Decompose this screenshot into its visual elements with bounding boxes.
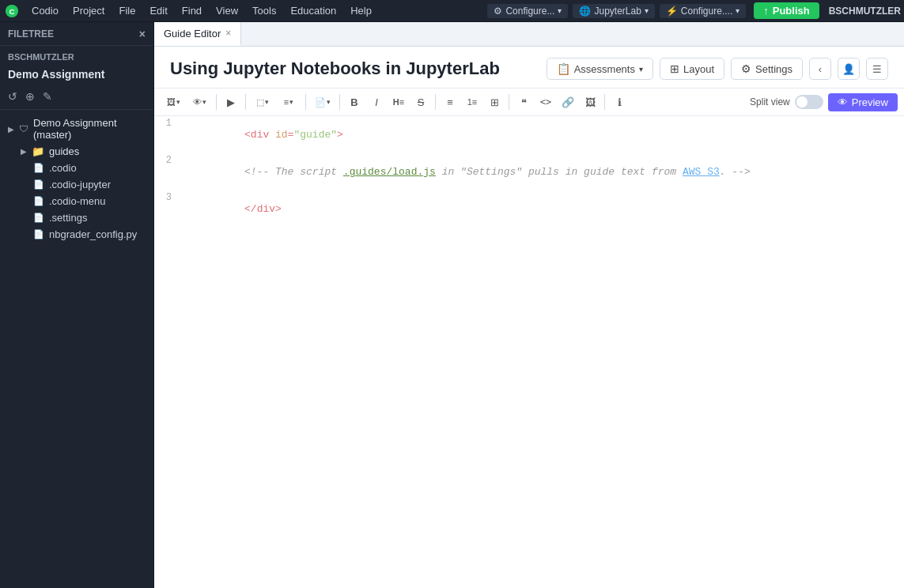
preview-button[interactable]: 👁 Preview: [828, 93, 898, 111]
menu-bar: C Codio Project File Edit Find View Tool…: [0, 0, 904, 22]
chevron-left-icon: ‹: [819, 63, 822, 75]
italic-button[interactable]: I: [366, 92, 387, 112]
eye-toolbar-button[interactable]: 👁 ▾: [187, 92, 212, 112]
layout-label: Layout: [683, 63, 714, 75]
guide-value: "guide": [293, 129, 337, 141]
file-icon: 📄: [33, 163, 44, 173]
configure1-icon: ⚙: [494, 6, 502, 17]
tab-bar: Guide Editor ×: [154, 22, 904, 47]
block-toolbar-button[interactable]: ⬚ ▾: [250, 92, 275, 112]
split-view-toggle[interactable]: [795, 95, 823, 109]
id-attr: id: [275, 129, 288, 141]
forward-button[interactable]: ▶: [221, 92, 241, 112]
toolbar-group-media: 🖼 ▾ 👁 ▾: [161, 92, 212, 112]
settings-button[interactable]: ⚙ Settings: [731, 58, 803, 80]
code-line-2: 2 <!-- The script .guides/load.js in "Se…: [154, 153, 904, 190]
code-inline-button[interactable]: <>: [535, 92, 556, 112]
tree-item-label: .codio: [49, 162, 77, 174]
shield-icon: 🛡: [19, 123, 28, 134]
nav-prev-button[interactable]: ‹: [809, 58, 831, 80]
line-number-3: 3: [154, 192, 180, 203]
split-view-label: Split view: [750, 96, 790, 107]
link-button[interactable]: 🔗: [558, 92, 578, 112]
file-toolbar-button[interactable]: 📄 ▾: [310, 92, 335, 112]
tree-item-demo-assignment[interactable]: ▶ 🛡 Demo Assignment (master): [0, 115, 153, 143]
line-content-3[interactable]: </div>: [180, 190, 904, 228]
line-number-2: 2: [154, 155, 180, 166]
sidebar-close-button[interactable]: ×: [139, 28, 146, 40]
tree-item-nbgrader[interactable]: 📄 nbgrader_config.py: [0, 226, 153, 243]
tree-item-label: .codio-menu: [49, 195, 106, 207]
menu-find[interactable]: Find: [176, 3, 208, 18]
jupyterlab-button[interactable]: 🌐 JupyterLab ▾: [573, 4, 654, 18]
publish-button[interactable]: ↑ Publish: [754, 2, 819, 19]
tab-close-icon[interactable]: ×: [225, 28, 231, 38]
menu-tools[interactable]: Tools: [246, 3, 282, 18]
strikethrough-button[interactable]: S: [410, 92, 431, 112]
nav-list-button[interactable]: ☰: [866, 58, 888, 80]
menu-help[interactable]: Help: [344, 3, 378, 18]
tree-item-codio[interactable]: 📄 .codio: [0, 160, 153, 176]
info-button[interactable]: ℹ: [609, 92, 630, 112]
content-area: Guide Editor × Using Jupyter Notebooks i…: [154, 22, 904, 588]
menu-project[interactable]: Project: [66, 3, 111, 18]
preview-label: Preview: [852, 96, 888, 108]
close-bracket: >: [337, 129, 343, 141]
div-tag: div: [251, 129, 269, 141]
file-icon: 📄: [33, 196, 44, 206]
list-icon: ☰: [872, 63, 882, 75]
indent-toolbar-button[interactable]: ≡ ▾: [276, 92, 301, 112]
add-icon[interactable]: ⊕: [25, 90, 35, 103]
code-editor[interactable]: 1 <div id="guide"> 2 <!-- The script .gu…: [154, 116, 904, 588]
configure1-label: Configure...: [505, 6, 554, 17]
assessments-button[interactable]: 📋 Assessments ▾: [547, 58, 653, 80]
edit-icon[interactable]: ✎: [43, 90, 52, 103]
configure1-button[interactable]: ⚙ Configure... ▾: [487, 4, 568, 18]
assessments-icon: 📋: [557, 62, 570, 75]
tree-item-codio-menu[interactable]: 📄 .codio-menu: [0, 193, 153, 209]
sidebar-user-label: BSCHMUTZLER: [0, 46, 153, 68]
tree-item-guides[interactable]: ▶ 📁 guides: [0, 143, 153, 160]
italic-icon: I: [375, 96, 378, 108]
blockquote-button[interactable]: ❝: [513, 92, 534, 112]
bold-button[interactable]: B: [344, 92, 365, 112]
table-button[interactable]: ⊞: [484, 92, 505, 112]
separator-4: [339, 94, 340, 110]
blockquote-icon: ❝: [521, 96, 527, 108]
close-div-end: >: [275, 203, 282, 215]
ordered-list-button[interactable]: 1≡: [462, 92, 482, 112]
tree-item-settings[interactable]: 📄 .settings: [0, 209, 153, 226]
separator-2: [245, 94, 246, 110]
layout-button[interactable]: ⊞ Layout: [660, 58, 724, 80]
unordered-list-button[interactable]: ≡: [440, 92, 460, 112]
menu-codio[interactable]: Codio: [25, 3, 65, 18]
nav-page-icon[interactable]: 👤: [838, 58, 860, 80]
configure2-arrow: ▾: [736, 6, 739, 15]
configure2-button[interactable]: ⚡ Configure.... ▾: [660, 4, 746, 18]
table-icon: ⊞: [490, 96, 499, 108]
refresh-icon[interactable]: ↺: [8, 90, 17, 103]
app-logo: C: [3, 2, 21, 20]
tab-label: Guide Editor: [164, 28, 221, 40]
layout-icon: ⊞: [670, 62, 679, 75]
jupyterlab-arrow: ▾: [645, 6, 649, 15]
line-content-1[interactable]: <div id="guide">: [180, 116, 904, 153]
line-content-2[interactable]: <!-- The script .guides/load.js in "Sett…: [180, 153, 904, 190]
heading-button[interactable]: H≡: [388, 92, 409, 112]
tree-item-codio-jupyter[interactable]: 📄 .codio-jupyter: [0, 176, 153, 193]
indent-arrow-icon: ▾: [289, 98, 293, 106]
image-toolbar-button[interactable]: 🖼 ▾: [161, 92, 186, 112]
image-arrow-icon: ▾: [176, 98, 180, 106]
bold-icon: B: [350, 96, 357, 108]
separator-6: [509, 94, 509, 110]
image2-button[interactable]: 🖼: [580, 92, 600, 112]
menu-view[interactable]: View: [210, 3, 244, 18]
tab-guide-editor[interactable]: Guide Editor ×: [154, 22, 241, 46]
toggle-knob: [796, 96, 808, 107]
menu-edit[interactable]: Edit: [143, 3, 173, 18]
tree-item-label: Demo Assignment (master): [33, 117, 146, 141]
guides-arrow-icon: ▶: [21, 147, 27, 156]
menu-file[interactable]: File: [112, 3, 142, 18]
menu-education[interactable]: Education: [284, 3, 342, 18]
block-arrow-icon: ▾: [265, 98, 269, 106]
